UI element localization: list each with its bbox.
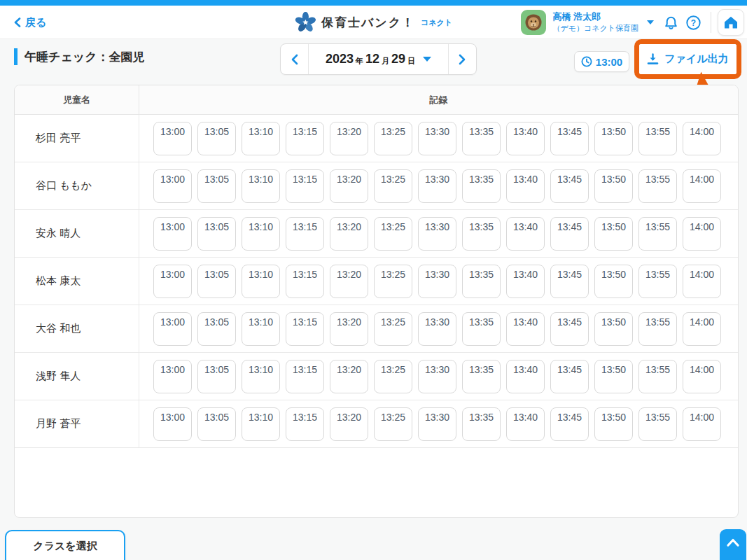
date-prev-button[interactable] [281, 44, 309, 74]
nap-record-cell[interactable]: 13:35 [462, 169, 501, 203]
date-next-button[interactable] [448, 44, 476, 74]
nap-record-cell[interactable]: 13:00 [153, 169, 192, 203]
nap-record-cell[interactable]: 13:25 [374, 360, 412, 393]
scroll-top-button[interactable] [720, 529, 746, 560]
nap-record-cell[interactable]: 13:10 [242, 360, 280, 393]
lion-avatar[interactable] [521, 10, 546, 35]
nap-record-cell[interactable]: 13:50 [594, 217, 633, 251]
nap-record-cell[interactable]: 13:10 [242, 217, 280, 251]
nap-record-cell[interactable]: 13:50 [594, 169, 633, 203]
nap-record-cell[interactable]: 13:30 [418, 122, 456, 155]
nap-record-cell[interactable]: 13:35 [462, 312, 501, 346]
nap-record-cell[interactable]: 13:45 [550, 407, 589, 441]
nap-record-cell[interactable]: 13:20 [330, 122, 368, 155]
nap-record-cell[interactable]: 13:05 [197, 122, 236, 155]
nap-record-cell[interactable]: 13:10 [242, 169, 280, 203]
nap-record-cell[interactable]: 13:15 [286, 169, 324, 203]
nap-record-cell[interactable]: 13:25 [374, 312, 412, 346]
nap-record-cell[interactable]: 14:00 [683, 217, 721, 251]
nap-record-cell[interactable]: 13:20 [330, 265, 368, 298]
nap-record-cell[interactable]: 13:00 [153, 407, 192, 441]
nap-record-cell[interactable]: 13:25 [374, 169, 412, 203]
nap-record-cell[interactable]: 13:55 [638, 312, 677, 346]
nap-record-cell[interactable]: 13:35 [462, 217, 501, 251]
nap-record-cell[interactable]: 13:20 [330, 407, 368, 441]
nap-record-cell[interactable]: 13:15 [286, 360, 324, 393]
home-button[interactable] [718, 9, 744, 36]
nap-record-cell[interactable]: 13:25 [374, 265, 412, 298]
chevron-down-icon[interactable] [647, 20, 654, 24]
nap-record-cell[interactable]: 13:35 [462, 265, 501, 298]
nap-record-cell[interactable]: 13:30 [418, 169, 456, 203]
nap-record-cell[interactable]: 13:05 [197, 169, 236, 203]
nap-record-cell[interactable]: 13:45 [550, 217, 589, 251]
nap-record-cell[interactable]: 13:15 [286, 217, 324, 251]
date-display[interactable]: 2023 年 12 月 29 日 [309, 44, 448, 74]
nap-record-cell[interactable]: 13:30 [418, 407, 456, 441]
nap-record-cell[interactable]: 13:40 [506, 169, 545, 203]
nap-record-cell[interactable]: 13:50 [594, 312, 633, 346]
nap-record-cell[interactable]: 13:55 [638, 265, 677, 298]
nap-record-cell[interactable]: 13:50 [594, 360, 633, 393]
nap-record-cell[interactable]: 13:20 [330, 169, 368, 203]
nap-record-cell[interactable]: 13:15 [286, 312, 324, 346]
nap-record-cell[interactable]: 13:35 [462, 360, 501, 393]
nap-record-cell[interactable]: 13:10 [242, 265, 280, 298]
nap-record-cell[interactable]: 13:55 [638, 360, 677, 393]
back-button[interactable]: 戻る [14, 6, 46, 39]
nap-record-cell[interactable]: 13:30 [418, 312, 456, 346]
nap-record-cell[interactable]: 13:05 [197, 265, 236, 298]
nap-record-cell[interactable]: 13:35 [462, 407, 501, 441]
notifications-button[interactable] [659, 11, 682, 34]
nap-record-cell[interactable]: 13:50 [594, 122, 633, 155]
nap-record-cell[interactable]: 13:25 [374, 122, 412, 155]
nap-record-cell[interactable]: 14:00 [683, 407, 721, 441]
nap-record-cell[interactable]: 13:00 [153, 265, 192, 298]
nap-record-cell[interactable]: 13:40 [506, 312, 545, 346]
nap-record-cell[interactable]: 14:00 [683, 265, 721, 298]
nap-record-cell[interactable]: 13:40 [506, 360, 545, 393]
nap-record-cell[interactable]: 13:50 [594, 265, 633, 298]
nap-record-cell[interactable]: 14:00 [683, 360, 721, 393]
class-select-button[interactable]: クラスを選択 [5, 530, 125, 560]
nap-record-cell[interactable]: 13:40 [506, 217, 545, 251]
nap-record-cell[interactable]: 14:00 [683, 122, 721, 155]
nap-record-cell[interactable]: 13:45 [550, 360, 589, 393]
nap-record-cell[interactable]: 14:00 [683, 169, 721, 203]
nap-record-cell[interactable]: 13:45 [550, 169, 589, 203]
nap-record-cell[interactable]: 13:55 [638, 407, 677, 441]
nap-record-cell[interactable]: 13:05 [197, 407, 236, 441]
nap-record-cell[interactable]: 13:50 [594, 407, 633, 441]
nap-record-cell[interactable]: 13:00 [153, 360, 192, 393]
file-export-button[interactable]: ファイル出力 [639, 44, 736, 74]
nap-record-cell[interactable]: 13:30 [418, 360, 456, 393]
nap-record-cell[interactable]: 13:15 [286, 122, 324, 155]
nap-record-cell[interactable]: 13:45 [550, 312, 589, 346]
nap-record-cell[interactable]: 13:10 [242, 312, 280, 346]
nap-record-cell[interactable]: 13:20 [330, 360, 368, 393]
nap-record-cell[interactable]: 14:00 [683, 312, 721, 346]
nap-record-cell[interactable]: 13:55 [638, 122, 677, 155]
nap-record-cell[interactable]: 13:20 [330, 217, 368, 251]
time-button[interactable]: 13:00 [574, 51, 629, 72]
nap-record-cell[interactable]: 13:05 [197, 312, 236, 346]
help-button[interactable]: ? [682, 11, 704, 34]
nap-record-cell[interactable]: 13:40 [506, 265, 545, 298]
nap-record-cell[interactable]: 13:45 [550, 122, 589, 155]
nap-record-cell[interactable]: 13:25 [374, 407, 412, 441]
nap-record-cell[interactable]: 13:55 [638, 217, 677, 251]
nap-record-cell[interactable]: 13:30 [418, 217, 456, 251]
nap-record-cell[interactable]: 13:05 [197, 217, 236, 251]
nap-record-cell[interactable]: 13:35 [462, 122, 501, 155]
nap-record-cell[interactable]: 13:45 [550, 265, 589, 298]
nap-record-cell[interactable]: 13:40 [506, 407, 545, 441]
nap-record-cell[interactable]: 13:10 [242, 407, 280, 441]
nap-record-cell[interactable]: 13:05 [197, 360, 236, 393]
nap-record-cell[interactable]: 13:15 [286, 265, 324, 298]
nap-record-cell[interactable]: 13:20 [330, 312, 368, 346]
nap-record-cell[interactable]: 13:15 [286, 407, 324, 441]
nap-record-cell[interactable]: 13:40 [506, 122, 545, 155]
nap-record-cell[interactable]: 13:25 [374, 217, 412, 251]
nap-record-cell[interactable]: 13:55 [638, 169, 677, 203]
nap-record-cell[interactable]: 13:00 [153, 122, 192, 155]
